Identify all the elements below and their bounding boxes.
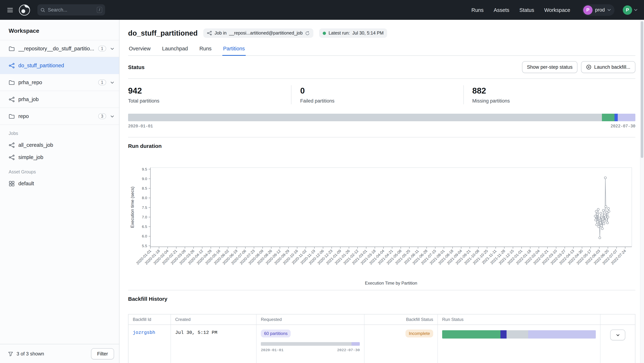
sidebar-item-simple-job[interactable]: simple_job [0,151,119,163]
nav-link-assets[interactable]: Assets [494,7,509,13]
tab-overview[interactable]: Overview [128,46,151,56]
hamburger-menu-button[interactable] [6,6,14,14]
sidebar-footer: 3 of 3 shown Filter [0,344,119,363]
dagster-logo[interactable] [18,4,30,16]
show-per-step-status-button[interactable]: Show per-step status [522,61,578,73]
svg-text:7.0: 7.0 [142,215,147,219]
bar-segment [507,330,528,338]
launch-backfill-label: Launch backfill... [594,64,630,70]
sidebar-repo-list: __repository__do_stuff_partitio...1do_st… [0,40,119,125]
bar-segment-success [602,114,615,121]
partition-stats: 942Total partitions0Failed partitions882… [128,79,635,112]
chevron-down-icon[interactable] [110,81,114,84]
backfill-created: Jul 30, 5:12 PM [175,330,217,335]
search-box[interactable]: / [38,4,105,16]
stat-missing-partitions: 882Missing partitions [463,85,635,104]
backfill-status-cell: Incomplete [364,325,438,363]
job-icon [9,154,15,160]
count-badge: 3 [98,113,106,119]
latest-run-label: Latest run: [328,30,350,36]
backfill-id-link[interactable]: jozrgsbh [133,330,155,335]
column-header-requested: Requested [256,314,364,324]
svg-text:Execution time (secs): Execution time (secs) [130,186,135,228]
deployment-avatar: P [583,5,592,14]
chevron-down-icon [616,332,620,337]
run-status-bar[interactable] [442,330,596,338]
chevron-down-icon[interactable] [110,47,114,50]
scrollbar-thumb[interactable] [641,21,643,158]
nav-link-status[interactable]: Status [519,7,534,13]
reload-icon[interactable] [305,31,310,36]
requested-range: 2020-01-012022-07-30 [261,348,360,352]
sidebar-item-label: prha_repo [18,80,42,85]
stat-label: Missing partitions [472,98,627,104]
folder-icon [9,46,15,52]
sidebar-item-prha-job[interactable]: prha_job [0,91,119,108]
deployment-switcher[interactable]: P prod [582,4,614,16]
partition-bar-dates: 2020-01-01 2022-07-30 [128,124,635,128]
execution-time-chart: 5.56.06.57.07.58.08.59.09.52020-01-01202… [128,160,635,290]
count-badge: 1 [98,46,106,52]
plus-circle-icon [586,64,592,70]
nav-link-runs[interactable]: Runs [471,7,484,13]
job-icon [9,62,15,68]
backfill-id-cell: jozrgsbh [128,325,171,363]
sidebar-item-repo[interactable]: repo3 [0,108,119,125]
chevron-down-icon [634,9,638,11]
partition-range-start: 2020-01-01 [128,124,153,128]
requested-range-end: 2022-07-30 [337,348,360,352]
partition-status-bar[interactable] [128,114,635,121]
status-section-header: Status Show per-step status Launch backf… [128,56,635,79]
job-icon [9,142,15,148]
svg-text:8.5: 8.5 [142,186,147,190]
backfill-history-heading: Backfill History [128,296,167,302]
top-nav: / RunsAssetsStatusWorkspace P prod P [0,0,644,20]
stat-value: 0 [300,86,455,96]
column-header-backfill-status: Backfill Status [364,314,438,324]
search-icon [40,8,45,12]
nav-links: RunsAssetsStatusWorkspace [471,7,570,13]
tab-partitions[interactable]: Partitions [222,46,246,56]
status-heading: Status [128,64,145,70]
bar-segment [261,342,351,346]
bar-segment [528,330,596,338]
filter-button[interactable]: Filter [91,348,114,359]
filter-icon [8,351,13,356]
folder-icon [9,113,15,119]
svg-text:9.0: 9.0 [142,177,147,181]
user-menu[interactable]: P [623,5,638,14]
launch-backfill-button[interactable]: Launch backfill... [581,61,635,73]
stat-failed-partitions: 0Failed partitions [291,85,464,104]
nav-link-workspace[interactable]: Workspace [544,7,570,13]
app-root: / RunsAssetsStatusWorkspace P prod P Wor… [0,0,644,363]
expand-row-button[interactable] [610,330,625,340]
sidebar-item-do-stuff-partitioned[interactable]: do_stuff_partitioned [0,57,119,74]
column-header-backfill-id: Backfill Id [128,314,171,324]
sidebar-item-default[interactable]: default [0,177,119,190]
requested-partitions-badge[interactable]: 60 partitions [261,330,291,338]
sidebar-item-label: do_stuff_partitioned [18,62,64,68]
user-avatar: P [623,5,632,14]
bar-segment [442,330,501,338]
search-input[interactable] [48,7,94,12]
folder-icon [9,79,15,86]
run-status-dot [323,32,326,35]
scrollbar[interactable] [640,20,644,363]
count-badge: 1 [98,80,106,85]
job-location-link[interactable]: __reposi...artitioned@partitioned_job [229,30,302,36]
tab-runs[interactable]: Runs [198,46,212,56]
sidebar-item-all-cereals-job[interactable]: all_cereals_job [0,139,119,151]
sidebar-item-repository-do-stuff-partitio[interactable]: __repository__do_stuff_partitio...1 [0,40,119,57]
chevron-down-icon[interactable] [110,115,114,118]
shown-count: 3 of 3 shown [16,351,44,356]
hamburger-icon [6,6,14,14]
requested-range-start: 2020-01-01 [261,348,284,352]
stat-label: Total partitions [128,98,282,104]
backfill-history-section: Backfill History Backfill IdCreatedReque… [128,290,635,363]
tab-launchpad[interactable]: Launchpad [161,46,189,56]
stat-value: 882 [472,86,627,96]
row-actions-cell [600,325,635,363]
sidebar-item-label: all_cereals_job [18,142,53,148]
latest-run-link[interactable]: Jul 30, 5:14 PM [352,30,384,36]
sidebar-item-prha-repo[interactable]: prha_repo1 [0,74,119,91]
